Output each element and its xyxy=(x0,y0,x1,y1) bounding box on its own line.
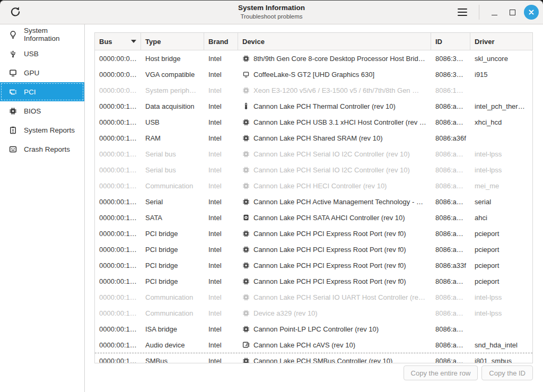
column-header-brand[interactable]: Brand xyxy=(204,33,238,50)
column-header-type[interactable]: Type xyxy=(141,33,204,50)
sidebar-item-system-information[interactable]: System Information xyxy=(0,25,84,44)
cell-bus: 0000:00:08.0 xyxy=(95,86,141,94)
cell-device: Cannon Lake PCH PCI Express Root Port (r… xyxy=(238,230,431,238)
sidebar-item-pci[interactable]: PCI xyxy=(0,82,84,101)
cell-device: Cannon Lake PCH PCI Express Root Port (r… xyxy=(238,277,431,285)
sidebar-item-crash-reports[interactable]: Crash Reports xyxy=(0,140,84,159)
sidebar-item-system-reports[interactable]: System Reports xyxy=(0,120,84,140)
table-row[interactable]: 0000:00:17.0SATAIntelCannon Lake PCH SAT… xyxy=(95,210,532,225)
cell-bus: 0000:00:00.0 xyxy=(95,55,141,63)
table-row[interactable]: 0000:00:15.1Serial busIntelCannon Lake P… xyxy=(95,162,532,178)
chip-icon xyxy=(242,150,250,158)
table-row[interactable]: 0000:00:1e.0CommunicationIntelCannon Lak… xyxy=(95,289,532,305)
cell-bus: 0000:00:1c.0 xyxy=(95,230,141,238)
cell-device: Cannon Lake PCH Serial IO I2C Controller… xyxy=(238,166,431,174)
device-name: Cannon Lake PCH Serial IO UART Host Cont… xyxy=(253,293,427,301)
cell-type: Serial bus xyxy=(141,166,204,174)
sidebar-item-gpu[interactable]: GPU xyxy=(0,63,84,82)
table-row[interactable]: 0000:00:02.0VGA compatibleIntelCoffeeLak… xyxy=(95,66,532,82)
titlebar-controls xyxy=(453,4,543,21)
cell-bus: 0000:00:1f.3 xyxy=(95,341,141,349)
column-header-device[interactable]: Device xyxy=(238,33,431,50)
table-row[interactable]: 0000:00:1c.5PCI bridgeIntelCannon Lake P… xyxy=(95,241,532,257)
cell-type: PCI bridge xyxy=(141,246,204,254)
table-row[interactable]: 0000:00:12.0Data acquisitionIntelCannon … xyxy=(95,98,532,114)
refresh-button[interactable] xyxy=(7,4,24,21)
sidebar-item-bios[interactable]: BIOS xyxy=(0,101,84,120)
cell-id: 8086:a352 xyxy=(431,214,470,222)
cell-driver: ahci xyxy=(470,214,532,222)
column-header-driver[interactable]: Driver xyxy=(470,33,532,50)
device-name: Cannon Lake PCH cAVS (rev 10) xyxy=(253,341,355,349)
table-row[interactable]: 0000:00:1f.3Audio deviceIntelCannon Lake… xyxy=(95,337,532,353)
column-header-label: Type xyxy=(145,38,161,46)
sidebar-item-label: System Reports xyxy=(24,126,75,134)
cell-brand: Intel xyxy=(204,341,238,349)
monitor-icon xyxy=(8,68,18,78)
sort-descending-icon xyxy=(131,40,136,43)
table-row[interactable]: 0000:00:1d.0PCI bridgeIntelCannon Lake P… xyxy=(95,273,532,289)
column-header-bus[interactable]: Bus xyxy=(95,33,141,50)
close-button[interactable] xyxy=(524,5,539,20)
menu-button[interactable] xyxy=(453,4,472,21)
cell-bus: 0000:00:1e.0 xyxy=(95,293,141,301)
lightbulb-icon xyxy=(8,30,18,40)
thermometer-icon xyxy=(242,102,250,110)
refresh-icon xyxy=(10,6,21,19)
cell-brand: Intel xyxy=(204,262,238,269)
table-row[interactable]: 0000:00:15.0Serial busIntelCannon Lake P… xyxy=(95,146,532,162)
cell-id: 8086:a330 xyxy=(431,277,470,285)
table-row[interactable]: 0000:00:1e.1CommunicationIntelDevice a32… xyxy=(95,305,532,321)
cell-driver: pcieport xyxy=(470,230,532,238)
cell-type: Communication xyxy=(141,182,204,190)
pci-device-table: BusTypeBrandDeviceIDDriver 0000:00:00.0H… xyxy=(94,32,533,363)
cell-brand: Intel xyxy=(204,246,238,254)
cell-driver: pcieport xyxy=(470,246,532,254)
maximize-button[interactable] xyxy=(505,5,519,20)
titlebar: System Information Troubleshoot problems xyxy=(0,0,543,24)
cell-id: 8086:3e30 xyxy=(431,55,470,63)
device-name: CoffeeLake-S GT2 [UHD Graphics 630] xyxy=(253,71,374,79)
close-icon xyxy=(528,9,535,15)
drive-icon xyxy=(242,214,250,221)
table-row[interactable]: 0000:00:16.0CommunicationIntelCannon Lak… xyxy=(95,178,532,194)
cell-driver: intel-lpss xyxy=(470,150,532,158)
cell-brand: Intel xyxy=(204,198,238,206)
device-name: Cannon Lake PCH PCI Express Root Port (r… xyxy=(253,230,406,238)
copy-the-entire-row-button[interactable]: Copy the entire row xyxy=(404,365,478,380)
table-row[interactable]: 0000:00:14.2RAMIntelCannon Lake PCH Shar… xyxy=(95,130,532,146)
table-row[interactable]: 0000:00:08.0System peripheralIntelXeon E… xyxy=(95,82,532,98)
column-header-id[interactable]: ID xyxy=(431,33,470,50)
cell-id: 8086:a36d xyxy=(431,118,470,126)
chip-icon xyxy=(242,182,250,189)
table-row[interactable]: 0000:00:1c.7PCI bridgeIntelCannon Lake P… xyxy=(95,257,532,273)
pci-card-icon xyxy=(8,87,18,97)
device-name: Device a329 (rev 10) xyxy=(253,309,318,317)
chip-icon xyxy=(8,106,18,116)
chip-icon xyxy=(242,86,250,94)
column-header-label: ID xyxy=(435,38,442,46)
table-row[interactable]: 0000:00:14.0USBIntelCannon Lake PCH USB … xyxy=(95,114,532,130)
table-row[interactable]: 0000:00:16.3SerialIntelCannon Lake PCH A… xyxy=(95,194,532,210)
device-name: Cannon Lake PCH Shared SRAM (rev 10) xyxy=(253,134,383,142)
cell-bus: 0000:00:14.0 xyxy=(95,118,141,126)
cell-type: System peripheral xyxy=(141,86,204,94)
table-row[interactable]: 0000:00:1c.0PCI bridgeIntelCannon Lake P… xyxy=(95,225,532,241)
table-row[interactable]: 0000:00:00.0Host bridgeIntel8th/9th Gen … xyxy=(95,50,532,66)
sidebar-item-usb[interactable]: USB xyxy=(0,44,84,63)
table-header: BusTypeBrandDeviceIDDriver xyxy=(95,33,532,50)
table-row[interactable]: 0000:00:1f.4SMBusIntelCannon Lake PCH SM… xyxy=(95,353,532,363)
titlebar-separator xyxy=(479,5,479,20)
column-header-label: Bus xyxy=(99,38,112,46)
cell-brand: Intel xyxy=(204,71,238,79)
cell-id: 8086:a368 xyxy=(431,150,470,158)
minimize-button[interactable] xyxy=(487,5,501,20)
cell-driver: skl_uncore xyxy=(470,55,532,63)
cell-device: Cannon Lake PCH PCI Express Root Port (r… xyxy=(238,246,431,254)
copy-the-id-button[interactable]: Copy the ID xyxy=(481,365,533,380)
cell-brand: Intel xyxy=(204,309,238,317)
cell-device: Cannon Lake PCH cAVS (rev 10) xyxy=(238,341,431,349)
table-row[interactable]: 0000:00:1f.0ISA bridgeIntelCannon Point-… xyxy=(95,321,532,337)
device-name: Cannon Point-LP LPC Controller (rev 10) xyxy=(253,325,379,333)
chip-icon xyxy=(242,246,250,253)
